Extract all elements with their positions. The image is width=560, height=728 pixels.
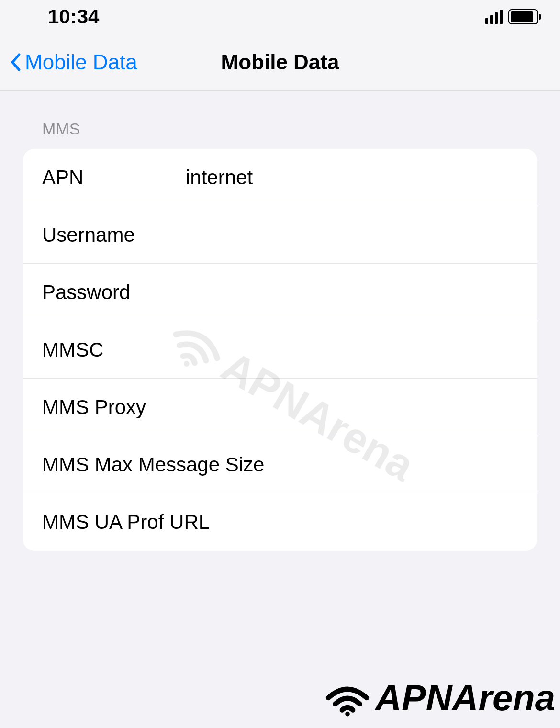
label-mms-ua-prof-url: MMS UA Prof URL xyxy=(42,511,210,534)
label-mms-proxy: MMS Proxy xyxy=(42,396,186,419)
svg-point-1 xyxy=(345,711,350,716)
input-username[interactable] xyxy=(186,224,518,246)
input-mms-proxy[interactable] xyxy=(186,396,518,419)
status-time: 10:34 xyxy=(48,5,99,28)
section-header-mms: MMS xyxy=(42,120,537,138)
settings-group-mms: APN Username Password MMSC MMS Proxy MMS… xyxy=(23,149,537,551)
row-apn[interactable]: APN xyxy=(23,149,537,206)
label-mmsc: MMSC xyxy=(42,338,186,361)
cellular-signal-icon xyxy=(485,10,503,24)
watermark-bottom-text: APNArena xyxy=(375,677,555,718)
navigation-bar: Mobile Data Mobile Data xyxy=(0,34,560,91)
battery-icon xyxy=(508,9,541,24)
status-bar: 10:34 xyxy=(0,0,560,34)
back-label: Mobile Data xyxy=(25,50,137,74)
label-mms-max-size: MMS Max Message Size xyxy=(42,453,264,476)
label-username: Username xyxy=(42,224,186,246)
row-mms-ua-prof-url[interactable]: MMS UA Prof URL xyxy=(23,493,537,551)
input-apn[interactable] xyxy=(186,166,518,189)
label-apn: APN xyxy=(42,166,186,189)
row-password[interactable]: Password xyxy=(23,264,537,321)
input-password[interactable] xyxy=(186,281,518,304)
label-password: Password xyxy=(42,281,186,304)
input-mms-ua-prof-url[interactable] xyxy=(210,511,518,534)
row-mms-max-size[interactable]: MMS Max Message Size xyxy=(23,436,537,493)
row-mms-proxy[interactable]: MMS Proxy xyxy=(23,379,537,436)
content-area: MMS APN Username Password MMSC MMS Proxy… xyxy=(0,91,560,580)
input-mms-max-size[interactable] xyxy=(264,453,518,476)
watermark-bottom: APNArena xyxy=(324,677,555,718)
row-username[interactable]: Username xyxy=(23,206,537,264)
input-mmsc[interactable] xyxy=(186,338,518,361)
status-right xyxy=(485,9,541,24)
wifi-icon xyxy=(324,679,371,717)
row-mmsc[interactable]: MMSC xyxy=(23,321,537,379)
back-button[interactable]: Mobile Data xyxy=(10,50,137,74)
page-title: Mobile Data xyxy=(221,50,339,74)
chevron-left-icon xyxy=(10,53,21,72)
